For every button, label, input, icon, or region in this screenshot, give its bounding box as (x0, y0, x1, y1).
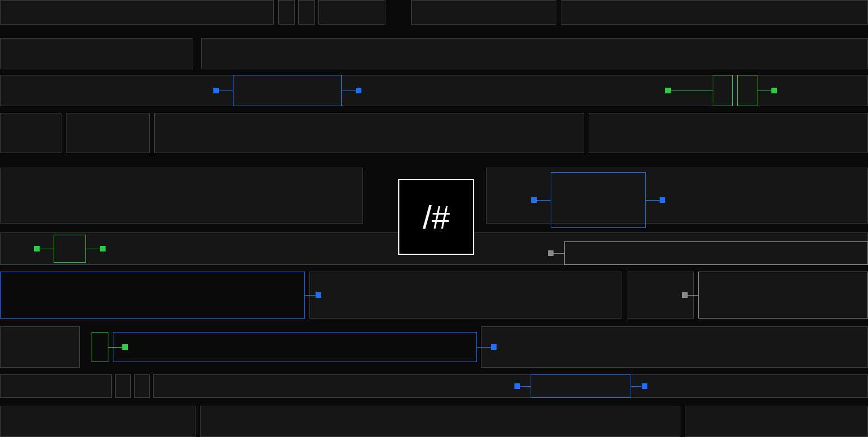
green-handle[interactable] (665, 88, 671, 93)
grey-selection-box[interactable] (564, 241, 868, 265)
blue-selection-box[interactable] (233, 75, 342, 106)
placeholder-block (561, 0, 868, 25)
blue-selection-box[interactable] (113, 332, 477, 362)
blue-handle[interactable] (660, 197, 665, 203)
green-selection-box[interactable] (92, 332, 108, 362)
blue-handle[interactable] (213, 88, 219, 93)
green-selection-box[interactable] (54, 235, 86, 263)
blue-selection-box[interactable] (551, 172, 646, 228)
placeholder-block (0, 38, 193, 69)
slash-hash-logo: /# (398, 179, 474, 255)
green-handle[interactable] (100, 246, 106, 251)
placeholder-block (66, 113, 150, 153)
placeholder-block (134, 374, 150, 398)
green-selection-box[interactable] (713, 75, 733, 106)
placeholder-block (318, 0, 385, 25)
green-handle[interactable] (34, 246, 40, 251)
connector-line (668, 91, 713, 91)
placeholder-block (309, 272, 622, 319)
placeholder-block (201, 38, 868, 69)
placeholder-block (153, 374, 868, 398)
placeholder-block (481, 326, 868, 368)
grey-handle[interactable] (682, 292, 688, 298)
blue-handle[interactable] (316, 292, 321, 298)
green-selection-box[interactable] (737, 75, 757, 106)
placeholder-block (115, 374, 131, 398)
placeholder-block (411, 0, 556, 25)
blue-handle[interactable] (491, 344, 497, 350)
blue-selection-box[interactable] (0, 272, 305, 319)
placeholder-block (298, 0, 315, 25)
placeholder-block (0, 406, 195, 437)
placeholder-block (685, 406, 868, 437)
placeholder-block (0, 113, 61, 153)
placeholder-block (486, 168, 868, 224)
blue-handle[interactable] (531, 197, 537, 203)
placeholder-block (200, 406, 680, 437)
placeholder-block (278, 0, 295, 25)
blue-handle[interactable] (514, 383, 520, 389)
blue-handle[interactable] (642, 383, 647, 389)
placeholder-block (154, 113, 584, 153)
placeholder-block (0, 326, 80, 368)
blue-handle[interactable] (356, 88, 361, 93)
grey-handle[interactable] (548, 250, 554, 256)
blue-selection-box[interactable] (531, 374, 631, 398)
placeholder-block (0, 0, 274, 25)
placeholder-block (0, 374, 112, 398)
grey-selection-box[interactable] (698, 272, 868, 319)
placeholder-block (0, 168, 363, 224)
green-handle[interactable] (771, 88, 777, 93)
placeholder-block (589, 113, 868, 153)
